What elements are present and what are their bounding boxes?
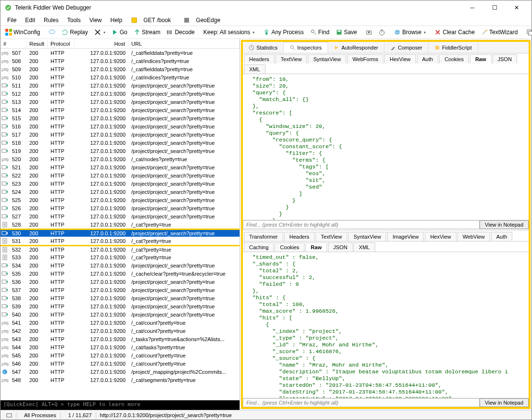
menu-file[interactable]: File bbox=[3, 16, 20, 25]
tearoff-button[interactable]: Tearoff bbox=[523, 28, 532, 37]
tab-fiddlerscript[interactable]: FiddlerScript bbox=[429, 42, 478, 53]
menu-view[interactable]: View bbox=[86, 16, 106, 25]
session-row[interactable]: 516200HTTP127.0.0.1:9200/project/project… bbox=[0, 122, 240, 130]
col-protocol[interactable]: Protocol bbox=[48, 40, 75, 48]
session-row[interactable]: 532200HTTP127.0.0.1:9200/_cat?pretty=tru… bbox=[0, 245, 240, 253]
session-grid-body[interactable]: {JS}507200HTTP127.0.0.1:9200/_cat/fieldd… bbox=[0, 49, 240, 400]
maximize-button[interactable]: ☐ bbox=[483, 0, 506, 15]
menu-geoedge[interactable]: GeoEdge bbox=[179, 15, 228, 25]
quickexec-bar[interactable]: [QuickExec] ALT+Q > type HELP to learn m… bbox=[0, 400, 240, 410]
tab-composer[interactable]: Composer bbox=[384, 42, 429, 53]
tab-inspectors[interactable]: Inspectors bbox=[284, 42, 328, 53]
subtab-syntaxview[interactable]: SyntaxView bbox=[308, 54, 346, 64]
session-row[interactable]: {JS}510200HTTP127.0.0.1:9200/_cat/indice… bbox=[0, 73, 240, 81]
subtab-raw[interactable]: Raw bbox=[470, 54, 492, 64]
session-row[interactable]: 525200HTTP127.0.0.1:9200/project/project… bbox=[0, 196, 240, 204]
response-raw-view[interactable]: "timed_out" : false, "_shards" : { "tota… bbox=[243, 252, 529, 398]
col-num[interactable]: # bbox=[0, 40, 26, 48]
session-row[interactable]: 535200HTTP127.0.0.1:9200/_cache/clear?pr… bbox=[0, 269, 240, 278]
session-row[interactable]: {JS}543200HTTP127.0.0.1:9200/_tasks?pret… bbox=[0, 335, 240, 343]
response-notepad-button[interactable]: View in Notepad bbox=[480, 398, 529, 407]
session-row[interactable]: {JS}507200HTTP127.0.0.1:9200/_cat/fieldd… bbox=[0, 49, 240, 57]
subtab-raw[interactable]: Raw bbox=[305, 242, 327, 252]
session-row[interactable]: 528200HTTP127.0.0.1:9200/_cat?pretty=tru… bbox=[0, 220, 240, 229]
find-button[interactable]: Find bbox=[307, 28, 332, 37]
subtab-headers[interactable]: Headers bbox=[284, 232, 315, 241]
subtab-imageview[interactable]: ImageView bbox=[387, 232, 424, 241]
subtab-caching[interactable]: Caching bbox=[244, 242, 274, 252]
session-row[interactable]: 526200HTTP127.0.0.1:9200/project/project… bbox=[0, 204, 240, 212]
session-row[interactable]: 519200HTTP127.0.0.1:9200/project/project… bbox=[0, 147, 240, 155]
session-row[interactable]: 539200HTTP127.0.0.1:9200/project/project… bbox=[0, 302, 240, 310]
subtab-textview[interactable]: TextView bbox=[276, 54, 307, 64]
session-row[interactable]: {JS}542200HTTP127.0.0.1:9200/_cat/count?… bbox=[0, 327, 240, 335]
replay-button[interactable]: Replay bbox=[59, 28, 90, 37]
session-row[interactable]: {JS}508200HTTP127.0.0.1:9200/_cat/indice… bbox=[0, 57, 240, 65]
remove-button[interactable]: ▾ bbox=[91, 28, 108, 37]
status-capture-icon[interactable] bbox=[2, 412, 16, 418]
close-button[interactable]: ✕ bbox=[506, 0, 528, 15]
menu-help[interactable]: Help bbox=[107, 16, 127, 25]
textwizard-button[interactable]: TextWizard bbox=[478, 28, 520, 37]
stream-button[interactable]: Stream bbox=[131, 28, 164, 37]
subtab-cookies[interactable]: Cookies bbox=[439, 54, 469, 64]
session-row[interactable]: 523200HTTP127.0.0.1:9200/project/project… bbox=[0, 179, 240, 188]
any-process-button[interactable]: Any Process bbox=[260, 28, 306, 37]
session-row[interactable]: 515200HTTP127.0.0.1:9200/project/project… bbox=[0, 114, 240, 122]
response-find-input[interactable] bbox=[243, 398, 480, 407]
menu-tools[interactable]: Tools bbox=[63, 16, 85, 25]
session-row[interactable]: 524200HTTP127.0.0.1:9200/project/project… bbox=[0, 188, 240, 196]
subtab-auth[interactable]: Auth bbox=[491, 232, 513, 241]
subtab-webforms[interactable]: WebForms bbox=[347, 54, 384, 64]
subtab-headers[interactable]: Headers bbox=[244, 54, 275, 64]
subtab-syntaxview[interactable]: SyntaxView bbox=[348, 232, 386, 241]
session-row[interactable]: {JS}509200HTTP127.0.0.1:9200/_cat/fieldd… bbox=[0, 65, 240, 73]
tab-statistics[interactable]: Statistics bbox=[243, 42, 284, 53]
request-notepad-button[interactable]: View in Notepad bbox=[480, 220, 529, 229]
session-row[interactable]: i547200HTTP127.0.0.1:9200/project/_mappi… bbox=[0, 368, 240, 376]
clear-cache-button[interactable]: Clear Cache bbox=[431, 28, 478, 37]
tab-autoresponder[interactable]: AutoResponder bbox=[328, 42, 384, 53]
menu-rules[interactable]: Rules bbox=[40, 16, 63, 25]
go-button[interactable]: Go bbox=[109, 28, 130, 37]
subtab-hexview[interactable]: HexView bbox=[425, 232, 456, 241]
session-row[interactable]: 521200HTTP127.0.0.1:9200/project/project… bbox=[0, 163, 240, 171]
session-row[interactable]: 540200HTTP127.0.0.1:9200/project/project… bbox=[0, 310, 240, 318]
decode-button[interactable]: Decode bbox=[164, 28, 197, 37]
session-row[interactable]: 511200HTTP127.0.0.1:9200/project/project… bbox=[0, 81, 240, 89]
session-row[interactable]: 517200HTTP127.0.0.1:9200/project/project… bbox=[0, 130, 240, 139]
minimize-button[interactable]: ─ bbox=[461, 0, 483, 15]
subtab-textview[interactable]: TextView bbox=[316, 232, 347, 241]
col-host[interactable]: Host bbox=[75, 40, 128, 48]
subtab-transformer[interactable]: Transformer bbox=[244, 232, 283, 241]
session-row[interactable]: 514200HTTP127.0.0.1:9200/project/project… bbox=[0, 106, 240, 114]
subtab-auth[interactable]: Auth bbox=[417, 54, 439, 64]
session-row[interactable]: 522200HTTP127.0.0.1:9200/project/project… bbox=[0, 171, 240, 179]
subtab-json[interactable]: JSON bbox=[493, 54, 517, 64]
request-raw-view[interactable]: "from": 10, "size": 20, "query": { "matc… bbox=[243, 74, 529, 220]
session-row[interactable]: {JS}545200HTTP127.0.0.1:9200/_cat/count?… bbox=[0, 351, 240, 359]
session-row[interactable]: 531200HTTP127.0.0.1:9200/_cat?pretty=tru… bbox=[0, 237, 240, 245]
save-button[interactable]: Save bbox=[333, 28, 360, 37]
session-row[interactable]: {JS}520200HTTP127.0.0.1:9200/_cat/nodes?… bbox=[0, 155, 240, 163]
subtab-json[interactable]: JSON bbox=[328, 242, 353, 252]
session-row[interactable]: 513200HTTP127.0.0.1:9200/project/project… bbox=[0, 98, 240, 106]
status-processes[interactable]: All Processes bbox=[20, 412, 61, 418]
menu-getbook[interactable]: GET /book bbox=[127, 15, 178, 25]
col-url[interactable]: URL bbox=[128, 40, 240, 48]
session-row[interactable]: 530200HTTP127.0.0.1:9200/project/project… bbox=[0, 229, 240, 237]
subtab-hexview[interactable]: HexView bbox=[384, 54, 416, 64]
menu-edit[interactable]: Edit bbox=[21, 16, 39, 25]
subtab-xml[interactable]: XML bbox=[244, 64, 266, 74]
request-find-input[interactable] bbox=[243, 220, 480, 229]
session-row[interactable]: 538200HTTP127.0.0.1:9200/project/project… bbox=[0, 294, 240, 302]
winconfig-button[interactable]: WinConfig bbox=[2, 28, 43, 37]
session-row[interactable]: 512200HTTP127.0.0.1:9200/project/project… bbox=[0, 89, 240, 98]
session-row[interactable]: 518200HTTP127.0.0.1:9200/project/project… bbox=[0, 139, 240, 147]
screenshot-button[interactable] bbox=[363, 28, 375, 37]
keep-sessions-button[interactable]: Keep: All sessions▾ bbox=[201, 28, 257, 37]
col-result[interactable]: Result bbox=[26, 40, 48, 48]
session-row[interactable]: {JS}546200HTTP127.0.0.1:9200/_cat/count?… bbox=[0, 359, 240, 368]
comment-button[interactable] bbox=[46, 28, 58, 37]
session-row[interactable]: 534200HTTP127.0.0.1:9200/project/project… bbox=[0, 261, 240, 269]
